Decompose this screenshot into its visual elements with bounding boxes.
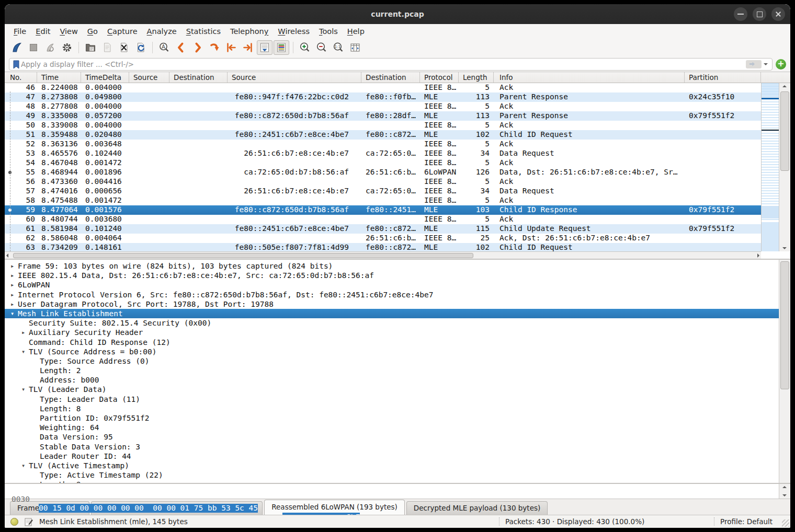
- resize-columns-button[interactable]: [347, 40, 363, 55]
- detail-line[interactable]: Length: 8: [5, 404, 779, 413]
- last-packet-button[interactable]: [240, 40, 256, 55]
- packet-list-horizontal-scrollbar[interactable]: [5, 251, 761, 259]
- menu-statistics[interactable]: Statistics: [181, 26, 225, 37]
- byte-view-tab-3[interactable]: Decrypted MLE payload (130 bytes): [406, 501, 548, 515]
- collapsed-triangle-icon[interactable]: ▸: [10, 261, 14, 271]
- bytes-vertical-scrollbar[interactable]: [779, 484, 790, 499]
- packet-list-minimap[interactable]: [761, 83, 779, 251]
- detail-line[interactable]: ▸Internet Protocol Version 6, Src: fe80:…: [5, 290, 779, 299]
- menu-view[interactable]: View: [55, 26, 82, 37]
- scroll-left-arrow[interactable]: [5, 252, 12, 259]
- detail-line[interactable]: Type: Source Address (0): [5, 356, 779, 366]
- column-header-length-8[interactable]: Length: [459, 72, 494, 83]
- filter-dropdown-caret[interactable]: [764, 63, 768, 67]
- hex-row[interactable]: 0030 00 15 0d 00 00 00 00 00 00 00 01 75…: [5, 486, 779, 495]
- status-profile[interactable]: Profile: Default: [720, 517, 773, 526]
- bookmark-icon[interactable]: [12, 59, 21, 70]
- menu-analyze[interactable]: Analyze: [142, 26, 181, 37]
- scroll-down-arrow[interactable]: [779, 491, 790, 499]
- collapsed-triangle-icon[interactable]: ▸: [10, 280, 14, 290]
- display-filter-box[interactable]: [9, 58, 773, 71]
- detail-line[interactable]: Command: Child ID Response (12): [5, 338, 779, 347]
- colorize-button[interactable]: [274, 40, 289, 55]
- detail-line[interactable]: Data Version: 95: [5, 432, 779, 442]
- detail-line[interactable]: ▸IEEE 802.15.4 Data, Dst: 26:51:c6:b7:e8…: [5, 271, 779, 280]
- menu-file[interactable]: File: [9, 26, 31, 37]
- apply-filter-button[interactable]: [746, 60, 762, 68]
- save-file-button[interactable]: [99, 40, 115, 55]
- column-header-timedelta-2[interactable]: TimeDelta: [81, 72, 129, 83]
- display-filter-input[interactable]: [21, 60, 746, 68]
- maximize-button[interactable]: [753, 7, 766, 21]
- packet-row-56[interactable]: 568.4733600.004416IEEE 8…5Ack: [5, 177, 761, 187]
- detail-line[interactable]: ▸Frame 59: 103 bytes on wire (824 bits),…: [5, 261, 779, 271]
- go-to-packet-button[interactable]: [207, 40, 222, 55]
- capture-options-button[interactable]: [59, 40, 75, 55]
- scroll-right-arrow[interactable]: [754, 252, 761, 259]
- detail-line[interactable]: ▾Mesh Link Establishment: [5, 309, 779, 318]
- packet-row-53[interactable]: 538.4655760.10244026:51:c6:b7:e8:ce:4b:e…: [5, 149, 761, 158]
- scrollbar-thumb[interactable]: [13, 253, 473, 258]
- detail-line[interactable]: ▾TLV (Leader Data): [5, 385, 779, 394]
- detail-line[interactable]: Type: Leader Data (11): [5, 395, 779, 404]
- packet-row-58[interactable]: 588.4754880.001472IEEE 8…5Ack: [5, 196, 761, 205]
- hex-bytes-selected[interactable]: 00 15 0d 00 00 00 00 00 00 00 01 75 bb 5…: [39, 504, 258, 513]
- packet-row-50[interactable]: 508.3390080.004000IEEE 8…5Ack: [5, 121, 761, 130]
- packet-row-54[interactable]: 548.4670480.001472IEEE 8…5Ack: [5, 158, 761, 168]
- detail-line[interactable]: ▾TLV (Source Address = b0:00): [5, 347, 779, 356]
- menu-help[interactable]: Help: [343, 26, 369, 37]
- auto-scroll-button[interactable]: [257, 40, 272, 55]
- close-file-button[interactable]: [116, 40, 132, 55]
- packet-list-vertical-scrollbar[interactable]: [779, 83, 790, 251]
- expanded-triangle-icon[interactable]: ▾: [10, 309, 14, 318]
- find-packet-button[interactable]: A: [156, 40, 172, 55]
- expanded-triangle-icon[interactable]: ▾: [21, 347, 25, 356]
- expanded-triangle-icon[interactable]: ▾: [21, 385, 25, 394]
- detail-line[interactable]: Partition ID: 0x79f551f2: [5, 413, 779, 423]
- menu-wireless[interactable]: Wireless: [273, 26, 314, 37]
- expanded-triangle-icon[interactable]: ▾: [21, 461, 25, 470]
- packet-row-52[interactable]: 528.3631360.003648IEEE 8…5Ack: [5, 140, 761, 149]
- first-packet-button[interactable]: [223, 40, 239, 55]
- packet-list-header[interactable]: No.TimeTimeDeltaSourceDestinationSourceD…: [5, 72, 790, 83]
- resize-grip[interactable]: [782, 519, 789, 527]
- packet-row-61[interactable]: 618.5819840.101240fe80::2451:c6b7:e8ce:4…: [5, 224, 761, 234]
- menu-telephony[interactable]: Telephony: [225, 26, 273, 37]
- column-header-source-5[interactable]: Source: [228, 72, 361, 83]
- packet-row-57[interactable]: 578.4740160.00065626:51:c6:b7:e8:ce:4b:e…: [5, 187, 761, 196]
- menu-capture[interactable]: Capture: [103, 26, 142, 37]
- collapsed-triangle-icon[interactable]: ▸: [10, 271, 14, 280]
- collapsed-triangle-icon[interactable]: ▸: [10, 299, 14, 309]
- column-header-destination-6[interactable]: Destination: [361, 72, 420, 83]
- packet-row-46[interactable]: 468.2240080.004000IEEE 8…5Ack: [5, 83, 761, 92]
- detail-line[interactable]: ▸Auxiliary Security Header: [5, 328, 779, 337]
- packet-row-51[interactable]: 518.3594880.020480fe80::2451:c6b7:e8ce:4…: [5, 130, 761, 140]
- packet-row-62[interactable]: 628.5860480.00406426:51:c6:b…IEEE 8…25Ac…: [5, 234, 761, 243]
- zoom-in-button[interactable]: [297, 40, 313, 55]
- packet-row-63[interactable]: 638.7342090.148161fe80::505e:f807:7f81:4…: [5, 243, 761, 251]
- column-header-info-9[interactable]: Info: [494, 72, 685, 83]
- column-header-source-3[interactable]: Source: [129, 72, 169, 83]
- detail-line[interactable]: Address: b000: [5, 375, 779, 385]
- go-forward-button[interactable]: [190, 40, 206, 55]
- detail-line[interactable]: Security Suite: 802.15.4 Security (0x00): [5, 318, 779, 328]
- column-header-time-1[interactable]: Time: [37, 72, 81, 83]
- collapsed-triangle-icon[interactable]: ▸: [10, 290, 14, 299]
- scroll-up-arrow[interactable]: [779, 83, 790, 90]
- packet-row-60[interactable]: 608.4807440.003680IEEE 8…5Ack: [5, 215, 761, 224]
- packet-row-47[interactable]: 478.2738080.049800fe80::947f:f476:22bc:c…: [5, 92, 761, 102]
- add-filter-button[interactable]: +: [776, 59, 786, 70]
- packet-row-49[interactable]: 498.3350080.057200fe80::c872:650d:b7b8:5…: [5, 111, 761, 121]
- packet-row-55[interactable]: 558.4689440.001896ca:72:65:0d:b7:b8:56:a…: [5, 168, 761, 177]
- details-vertical-scrollbar[interactable]: [779, 260, 790, 483]
- scrollbar-thumb[interactable]: [780, 91, 789, 171]
- detail-line[interactable]: ▾TLV (Active Timestamp): [5, 461, 779, 470]
- start-capture-button[interactable]: [9, 40, 25, 55]
- packet-row-59[interactable]: 598.4770640.001576fe80::c872:650d:b7b8:5…: [5, 205, 761, 215]
- column-header-no-0[interactable]: No.: [5, 72, 37, 83]
- detail-line[interactable]: Leader Router ID: 44: [5, 452, 779, 461]
- detail-line[interactable]: Length: 2: [5, 366, 779, 375]
- detail-line[interactable]: Type: Active Timestamp (22): [5, 470, 779, 480]
- scrollbar-thumb[interactable]: [780, 261, 789, 389]
- capture-comment-icon[interactable]: [25, 517, 33, 526]
